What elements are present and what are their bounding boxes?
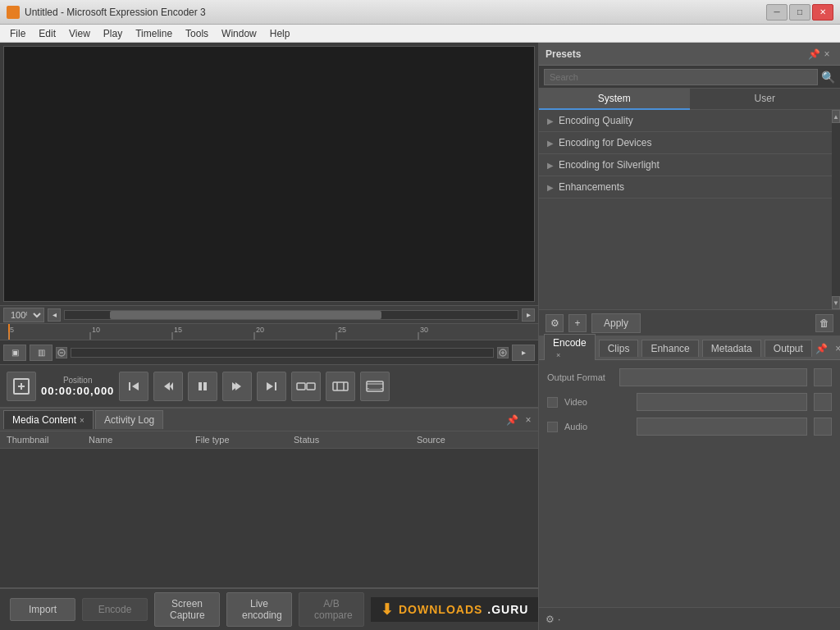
timeline-zoom-bar: 100% 50% 200% ◂ ▸ <box>0 305 538 323</box>
output-format-options[interactable] <box>814 368 832 386</box>
encode-gear-icon[interactable]: ⚙ <box>546 614 555 625</box>
preset-delete-button[interactable]: 🗑 <box>815 314 833 332</box>
menu-file[interactable]: File <box>3 26 32 41</box>
audio-value[interactable] <box>637 418 807 436</box>
scroll-up-button[interactable]: ▲ <box>832 110 840 123</box>
svg-text:15: 15 <box>174 326 182 334</box>
preset-tab-user[interactable]: User <box>690 89 841 110</box>
media-tabs: Media Content × Activity Log 📌 × <box>0 409 538 431</box>
clip-button[interactable] <box>326 372 355 401</box>
media-panel-close-button[interactable]: × <box>522 413 535 427</box>
search-icon[interactable]: 🔍 <box>821 71 835 84</box>
menu-play[interactable]: Play <box>97 26 129 41</box>
output-format-row: Output Format <box>547 368 832 386</box>
menu-tools[interactable]: Tools <box>179 26 215 41</box>
menu-timeline[interactable]: Timeline <box>129 26 179 41</box>
preset-add-button[interactable]: + <box>568 314 587 332</box>
encode-button[interactable]: Encode <box>82 598 148 621</box>
encode-body: Output Format Video Audio <box>539 360 840 607</box>
downloads-icon: ⬇ <box>381 600 394 619</box>
tab-activity-log[interactable]: Activity Log <box>95 410 163 429</box>
encode-tab-output[interactable]: Output <box>765 340 812 357</box>
presets-pin-button[interactable]: 📌 <box>807 48 820 61</box>
zoom-dropdown[interactable]: 100% 50% 200% <box>3 308 44 322</box>
track-scroll[interactable] <box>71 348 494 358</box>
track-btn-2[interactable]: ▥ <box>30 345 52 361</box>
ab-compare-button[interactable]: A/B compare <box>299 592 364 627</box>
step-back-button[interactable] <box>153 372 183 401</box>
preset-item-enhancements[interactable]: ▶ Enhancements <box>539 176 832 199</box>
preset-item-encoding-silverlight[interactable]: ▶ Encoding for Silverlight <box>539 154 832 176</box>
apply-button[interactable]: Apply <box>591 313 641 333</box>
title-bar-controls[interactable]: ─ □ ✕ <box>766 4 833 21</box>
goto-start-button[interactable] <box>119 372 148 401</box>
preset-item-label: Enhancements <box>559 181 624 193</box>
screen-capture-button[interactable]: Screen Capture <box>154 592 220 627</box>
zoom-out-button[interactable]: ◂ <box>48 308 61 322</box>
minimize-button[interactable]: ─ <box>766 4 788 21</box>
goto-end-button[interactable] <box>257 372 286 401</box>
encode-tab-encode[interactable]: Encode × <box>544 334 596 363</box>
svg-marker-27 <box>235 382 241 390</box>
preset-item-label: Encoding for Silverlight <box>559 159 660 171</box>
presets-close-button[interactable]: × <box>820 48 833 61</box>
tab-media-close[interactable]: × <box>80 416 84 425</box>
menu-bar: File Edit View Play Timeline Tools Windo… <box>0 25 840 43</box>
svg-marker-22 <box>164 382 170 390</box>
track-zoom-in[interactable] <box>497 347 509 358</box>
audio-options[interactable] <box>814 418 832 436</box>
svg-rect-24 <box>199 382 202 390</box>
zoom-in-button[interactable]: ▸ <box>522 308 535 322</box>
output-format-value[interactable] <box>619 368 807 386</box>
position-display: Position 00:00:00,000 <box>41 376 114 397</box>
encode-header-right: 📌 × <box>815 342 840 355</box>
track-btn-end[interactable]: ▸ <box>512 345 535 361</box>
preset-item-encoding-devices[interactable]: ▶ Encoding for Devices <box>539 132 832 154</box>
menu-help[interactable]: Help <box>263 26 297 41</box>
in-out-marker-button[interactable] <box>291 372 321 401</box>
timeline-scroll[interactable] <box>64 310 518 320</box>
media-table: Thumbnail Name File type Status Source <box>0 431 538 587</box>
svg-rect-31 <box>307 383 315 390</box>
tab-media-content[interactable]: Media Content × <box>3 410 94 429</box>
presets-footer: ⚙ + Apply 🗑 <box>539 309 840 336</box>
encode-tab-close[interactable]: × <box>556 351 560 359</box>
scroll-down-button[interactable]: ▼ <box>832 296 840 309</box>
svg-marker-23 <box>170 382 173 390</box>
svg-text:30: 30 <box>420 326 428 334</box>
video-options[interactable] <box>814 393 832 411</box>
presets-tabs: System User <box>539 89 840 110</box>
presets-search: 🔍 <box>539 66 840 89</box>
add-clip-button[interactable] <box>7 372 36 401</box>
preset-gear-button[interactable]: ⚙ <box>546 314 564 332</box>
track-zoom-out[interactable] <box>56 347 67 358</box>
svg-rect-25 <box>203 382 207 390</box>
menu-window[interactable]: Window <box>215 26 263 41</box>
encode-pin-button[interactable]: 📌 <box>815 342 829 355</box>
video-checkbox[interactable] <box>547 397 558 408</box>
audio-checkbox[interactable] <box>547 422 558 432</box>
live-encoding-button[interactable]: Live encoding <box>226 592 292 627</box>
play-pause-button[interactable] <box>188 372 217 401</box>
encode-close-button[interactable]: × <box>832 342 840 355</box>
preset-tab-system[interactable]: System <box>539 89 690 110</box>
encode-tab-enhance[interactable]: Enhance <box>641 340 698 357</box>
import-button[interactable]: Import <box>10 598 75 621</box>
track-btn-1[interactable]: ▣ <box>3 345 26 361</box>
step-forward-button[interactable] <box>222 372 252 401</box>
presets-search-input[interactable] <box>544 69 818 85</box>
media-panel-pin-button[interactable]: 📌 <box>505 413 518 427</box>
presets-title: Presets <box>546 48 807 60</box>
svg-rect-38 <box>369 385 381 389</box>
menu-edit[interactable]: Edit <box>32 26 62 41</box>
preset-item-encoding-quality[interactable]: ▶ Encoding Quality <box>539 110 832 132</box>
encode-tab-metadata[interactable]: Metadata <box>702 340 761 357</box>
close-button[interactable]: ✕ <box>812 4 833 21</box>
video-value[interactable] <box>637 393 807 411</box>
svg-rect-20 <box>129 382 130 390</box>
presets-scrollbar: ▲ ▼ <box>832 110 840 309</box>
thumbnail-button[interactable] <box>360 372 390 401</box>
menu-view[interactable]: View <box>62 26 97 41</box>
maximize-button[interactable]: □ <box>789 4 810 21</box>
encode-tab-clips[interactable]: Clips <box>599 340 639 357</box>
